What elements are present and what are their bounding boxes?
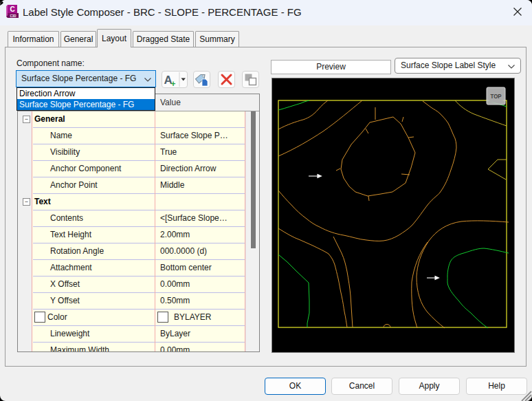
svg-text:TOP: TOP — [491, 93, 502, 100]
svg-text:+: + — [171, 79, 176, 88]
svg-text:C3D: C3D — [10, 14, 16, 18]
svg-text:C: C — [10, 6, 14, 13]
